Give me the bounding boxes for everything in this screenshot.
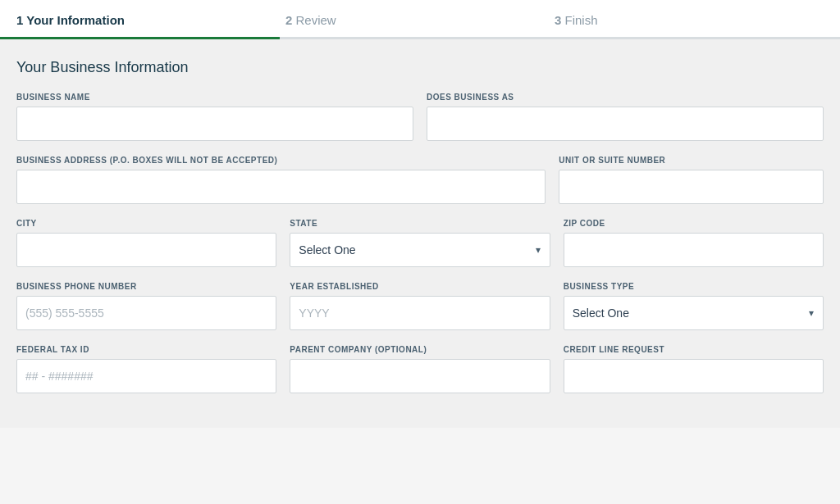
zip-label: ZIP CODE: [564, 219, 824, 228]
federal-tax-input[interactable]: [16, 359, 276, 393]
business-name-group: BUSINESS NAME: [16, 93, 413, 141]
stepper: 1 Your Information 2 Review 3 Finish: [0, 0, 840, 39]
unit-suite-group: UNIT OR SUITE NUMBER: [559, 156, 824, 204]
section-title: Your Business Information: [16, 59, 824, 76]
year-input[interactable]: [290, 296, 550, 330]
business-name-label: BUSINESS NAME: [16, 93, 413, 102]
state-select-wrapper: Select One Alabama Alaska Arizona Califo…: [290, 233, 550, 267]
step-1: 1 Your Information: [16, 13, 285, 37]
business-name-input[interactable]: [16, 107, 413, 141]
state-label: STATE: [290, 219, 550, 228]
step-3: 3 Finish: [555, 13, 824, 37]
city-group: CITY: [16, 219, 276, 267]
unit-suite-input[interactable]: [559, 170, 824, 204]
business-type-select-wrapper: Select One LLC Corporation Sole Propriet…: [564, 296, 824, 330]
phone-label: BUSINESS PHONE NUMBER: [16, 282, 276, 291]
parent-company-input[interactable]: [290, 359, 550, 393]
business-address-input[interactable]: [16, 170, 546, 204]
federal-tax-label: FEDERAL TAX ID: [16, 345, 276, 354]
business-address-label: BUSINESS ADDRESS (P.O. BOXES WILL NOT BE…: [16, 156, 546, 165]
business-type-group: BUSINESS TYPE Select One LLC Corporation…: [564, 282, 824, 330]
state-group: STATE Select One Alabama Alaska Arizona …: [290, 219, 550, 267]
phone-group: BUSINESS PHONE NUMBER: [16, 282, 276, 330]
phone-input[interactable]: [16, 296, 276, 330]
row-business-names: BUSINESS NAME DOES BUSINESS AS: [16, 93, 824, 141]
city-input[interactable]: [16, 233, 276, 267]
business-type-select[interactable]: Select One LLC Corporation Sole Propriet…: [564, 296, 824, 330]
credit-line-group: CREDIT LINE REQUEST: [564, 345, 824, 393]
step-3-label: 3 Finish: [555, 13, 598, 27]
step-1-label: 1 Your Information: [16, 13, 125, 27]
parent-company-group: PARENT COMPANY (OPTIONAL): [290, 345, 550, 393]
main-content: Your Business Information BUSINESS NAME …: [0, 39, 840, 428]
credit-line-label: CREDIT LINE REQUEST: [564, 345, 824, 354]
does-business-as-input[interactable]: [427, 107, 824, 141]
step-3-bar: [560, 37, 840, 39]
zip-group: ZIP CODE: [564, 219, 824, 267]
business-address-group: BUSINESS ADDRESS (P.O. BOXES WILL NOT BE…: [16, 156, 546, 204]
year-group: YEAR ESTABLISHED: [290, 282, 550, 330]
step-2: 2 Review: [285, 13, 555, 37]
year-label: YEAR ESTABLISHED: [290, 282, 550, 291]
city-label: CITY: [16, 219, 276, 228]
step-2-label: 2 Review: [285, 13, 336, 27]
row-phone-year-type: BUSINESS PHONE NUMBER YEAR ESTABLISHED B…: [16, 282, 824, 330]
business-info-form: Your Business Information BUSINESS NAME …: [16, 59, 824, 393]
credit-line-input[interactable]: [564, 359, 824, 393]
step-2-bar: [280, 37, 559, 39]
row-tax-parent-credit: FEDERAL TAX ID PARENT COMPANY (OPTIONAL)…: [16, 345, 824, 393]
step-1-bar: [0, 37, 280, 39]
zip-input[interactable]: [564, 233, 824, 267]
parent-company-label: PARENT COMPANY (OPTIONAL): [290, 345, 550, 354]
row-city-state-zip: CITY STATE Select One Alabama Alaska Ari…: [16, 219, 824, 267]
business-type-label: BUSINESS TYPE: [564, 282, 824, 291]
unit-suite-label: UNIT OR SUITE NUMBER: [559, 156, 824, 165]
does-business-as-label: DOES BUSINESS AS: [427, 93, 824, 102]
state-select[interactable]: Select One Alabama Alaska Arizona Califo…: [290, 233, 550, 267]
federal-tax-group: FEDERAL TAX ID: [16, 345, 276, 393]
row-address: BUSINESS ADDRESS (P.O. BOXES WILL NOT BE…: [16, 156, 824, 204]
does-business-as-group: DOES BUSINESS AS: [427, 93, 824, 141]
